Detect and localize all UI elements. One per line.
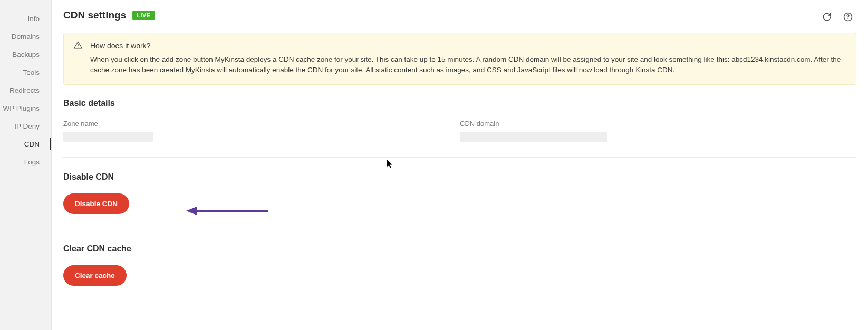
sidebar-item-label: WP Plugins [3, 104, 40, 112]
section-disable-cdn: Disable CDN Disable CDN [63, 172, 856, 229]
page-title: CDN settings [63, 9, 126, 21]
disable-cdn-button[interactable]: Disable CDN [63, 193, 129, 214]
sidebar-item-info[interactable]: Info [0, 9, 51, 27]
status-badge: LIVE [132, 11, 155, 20]
clear-cache-button[interactable]: Clear cache [63, 265, 127, 286]
sidebar-item-domains[interactable]: Domains [0, 27, 51, 45]
section-heading: Basic details [63, 99, 856, 108]
help-icon[interactable] [843, 12, 853, 22]
info-panel: How does it work? When you click on the … [63, 33, 856, 85]
sidebar-item-cdn[interactable]: CDN [0, 135, 51, 153]
zone-name-value [63, 132, 153, 142]
main-content: CDN settings LIVE How does it work? When… [52, 0, 868, 330]
sidebar-item-label: Tools [23, 69, 40, 76]
cdn-domain-field: CDN domain [460, 120, 856, 142]
sidebar-item-label: Domains [12, 33, 40, 41]
sidebar-item-label: Logs [24, 158, 40, 166]
section-basic-details: Basic details Zone name CDN domain [63, 99, 856, 158]
page-header: CDN settings LIVE [63, 9, 856, 21]
sidebar: Info Domains Backups Tools Redirects WP … [0, 0, 52, 330]
sidebar-item-logs[interactable]: Logs [0, 153, 51, 171]
sidebar-item-ip-deny[interactable]: IP Deny [0, 117, 51, 135]
svg-point-1 [847, 18, 848, 19]
sidebar-item-tools[interactable]: Tools [0, 63, 51, 81]
warning-icon [73, 41, 83, 52]
header-actions [822, 12, 853, 22]
refresh-icon[interactable] [822, 12, 832, 22]
sidebar-item-wp-plugins[interactable]: WP Plugins [0, 99, 51, 117]
cdn-domain-value [460, 132, 607, 142]
sidebar-item-backups[interactable]: Backups [0, 45, 51, 63]
section-heading: Clear CDN cache [63, 244, 856, 254]
section-clear-cache: Clear CDN cache Clear cache [63, 244, 856, 286]
sidebar-item-label: Backups [12, 51, 40, 59]
sidebar-item-label: IP Deny [14, 122, 40, 130]
section-heading: Disable CDN [63, 172, 856, 182]
sidebar-item-label: Info [27, 15, 40, 23]
sidebar-item-redirects[interactable]: Redirects [0, 81, 51, 99]
zone-name-label: Zone name [63, 120, 460, 128]
zone-name-field: Zone name [63, 120, 460, 142]
cdn-domain-label: CDN domain [460, 120, 856, 128]
sidebar-item-label: CDN [24, 140, 40, 148]
svg-point-3 [78, 47, 78, 47]
cursor-icon [387, 159, 394, 169]
info-panel-body: When you click on the add zone button My… [90, 54, 845, 75]
info-panel-title: How does it work? [90, 42, 845, 50]
sidebar-item-label: Redirects [9, 86, 40, 94]
